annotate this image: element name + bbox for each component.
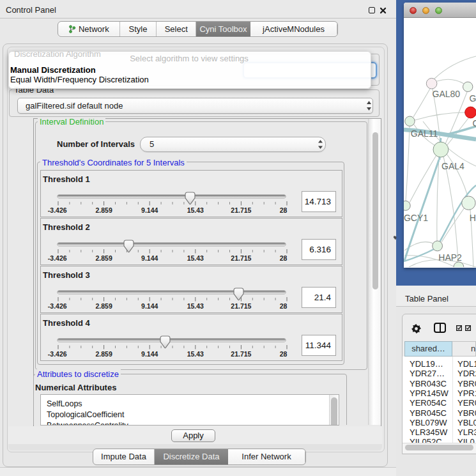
svg-text:GAL4: GAL4 bbox=[441, 161, 464, 171]
svg-text:C: C bbox=[473, 118, 476, 128]
svg-text:GAL80: GAL80 bbox=[433, 89, 461, 99]
svg-text:GCY1: GCY1 bbox=[404, 213, 428, 223]
svg-text:H: H bbox=[470, 213, 476, 223]
svg-text:GAL11: GAL11 bbox=[411, 128, 438, 139]
svg-text:HAP2: HAP2 bbox=[438, 252, 462, 263]
svg-text:GA: GA bbox=[470, 93, 476, 104]
